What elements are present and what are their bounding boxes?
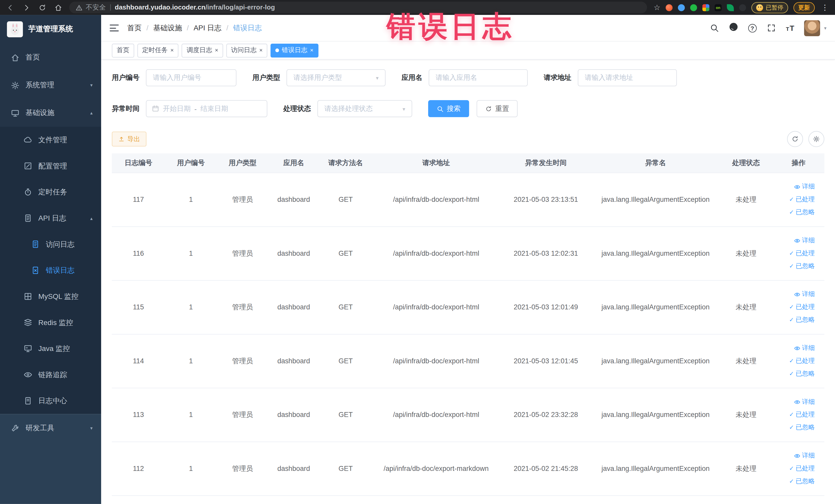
ignored-link[interactable]: ✓ 已忽略 xyxy=(789,315,815,324)
detail-link[interactable]: 详细 xyxy=(794,182,815,191)
github-icon[interactable] xyxy=(729,22,738,34)
error-log-icon xyxy=(31,266,40,275)
detail-link[interactable]: 详细 xyxy=(794,236,815,245)
detail-link[interactable]: 详细 xyxy=(794,290,815,299)
extension-red-icon[interactable] xyxy=(666,4,673,11)
detail-link[interactable]: 详细 xyxy=(794,344,815,352)
user-id-input[interactable]: 请输入用户编号 xyxy=(146,69,237,86)
sidebar-item-redis-monitor[interactable]: Redis 监控 xyxy=(0,309,101,336)
cell-user-id: 1 xyxy=(165,226,217,280)
chevron-up-icon: ▴ xyxy=(90,216,93,221)
sidebar-item-scheduled-jobs[interactable]: 定时任务 xyxy=(0,179,101,205)
processed-link[interactable]: ✓ 已处理 xyxy=(789,195,815,204)
hamburger-icon[interactable] xyxy=(109,24,119,31)
processed-link[interactable]: ✓ 已处理 xyxy=(789,249,815,258)
forward-icon[interactable] xyxy=(22,3,30,11)
extension-green-icon[interactable] xyxy=(690,4,697,11)
extension-blue-icon[interactable] xyxy=(678,4,685,11)
paused-badge[interactable]: 已暂停 xyxy=(751,2,788,13)
close-icon[interactable]: × xyxy=(259,47,263,54)
calendar-icon xyxy=(152,105,159,113)
not-secure-chip[interactable]: 不安全 xyxy=(76,3,106,12)
fullscreen-icon[interactable] xyxy=(767,23,776,32)
sidebar-item-config-mgmt[interactable]: 配置管理 xyxy=(0,153,101,179)
ignored-link[interactable]: ✓ 已忽略 xyxy=(789,477,815,486)
avatar[interactable] xyxy=(805,20,820,36)
browser-menu-icon[interactable]: ⋮ xyxy=(821,3,829,12)
ignored-link[interactable]: ✓ 已忽略 xyxy=(789,369,815,378)
sidebar-item-infra[interactable]: 基础设施 ▴ xyxy=(0,99,101,127)
breadcrumb-infra[interactable]: 基础设施 xyxy=(153,23,182,33)
tab-error-log[interactable]: 错误日志× xyxy=(271,43,319,57)
reload-icon[interactable] xyxy=(38,3,46,11)
sidebar-item-system[interactable]: 系统管理 ▾ xyxy=(0,72,101,99)
processed-link[interactable]: ✓ 已处理 xyxy=(789,356,815,365)
column-settings-button[interactable] xyxy=(808,131,824,147)
search-icon[interactable] xyxy=(710,23,719,32)
sidebar-item-label: 系统管理 xyxy=(26,80,55,90)
extension-leaf-icon[interactable] xyxy=(727,4,734,11)
tab-access-log[interactable]: 访问日志× xyxy=(226,43,267,57)
ignored-link[interactable]: ✓ 已忽略 xyxy=(789,208,815,217)
table-row: 112 1 管理员 dashboard GET /api/infra/db-do… xyxy=(112,442,824,496)
sidebar-item-error-log[interactable]: 错误日志 xyxy=(0,257,101,283)
sidebar-item-home[interactable]: 首页 xyxy=(0,44,101,72)
app-logo[interactable]: 芋道管理系统 xyxy=(0,15,101,44)
tab-scheduled-jobs[interactable]: 定时任务× xyxy=(137,43,179,57)
help-icon[interactable]: ? xyxy=(748,24,756,32)
extension-on-icon[interactable]: on xyxy=(715,4,721,11)
app-name-input[interactable]: 请输入应用名 xyxy=(429,69,528,86)
home-icon[interactable] xyxy=(55,3,62,11)
cell-log-id: 112 xyxy=(112,442,165,496)
breadcrumb-home[interactable]: 首页 xyxy=(127,23,142,33)
cell-app-name: dashboard xyxy=(268,442,319,496)
close-icon[interactable]: × xyxy=(215,47,218,54)
extension-grid-icon[interactable] xyxy=(702,4,709,11)
extension-paw-icon[interactable] xyxy=(739,4,746,11)
refresh-button[interactable] xyxy=(787,131,803,147)
date-end-placeholder: 结束日期 xyxy=(201,104,228,114)
processed-link[interactable]: ✓ 已处理 xyxy=(789,464,815,473)
tab-home[interactable]: 首页 xyxy=(112,43,134,57)
search-button[interactable]: 搜索 xyxy=(428,100,469,117)
cell-user-type: 管理员 xyxy=(217,388,268,442)
cell-app-name: dashboard xyxy=(268,334,319,388)
processed-link[interactable]: ✓ 已处理 xyxy=(789,302,815,311)
detail-link[interactable]: 详细 xyxy=(794,451,815,460)
table-toolbar: 导出 xyxy=(112,131,824,147)
address-bar[interactable]: 不安全 dashboard.yudao.iocoder.cn/infra/log… xyxy=(69,2,647,13)
detail-link[interactable]: 详细 xyxy=(794,398,815,406)
emoji-icon xyxy=(756,4,763,11)
sidebar-item-api-log[interactable]: API 日志 ▴ xyxy=(0,205,101,231)
sidebar-item-mysql-monitor[interactable]: MySQL 监控 xyxy=(0,283,101,310)
close-icon[interactable]: × xyxy=(170,47,174,54)
sidebar-item-log-center[interactable]: 日志中心 xyxy=(0,388,101,414)
sidebar-item-dev-tools[interactable]: 研发工具 ▾ xyxy=(0,415,101,442)
ignored-link[interactable]: ✓ 已忽略 xyxy=(789,423,815,432)
process-status-select[interactable]: 请选择处理状态▾ xyxy=(317,100,412,117)
font-size-icon[interactable]: TT xyxy=(786,24,794,32)
ignored-link[interactable]: ✓ 已忽略 xyxy=(789,262,815,270)
sidebar-item-java-monitor[interactable]: Java 监控 xyxy=(0,336,101,362)
bookmark-star-icon[interactable]: ☆ xyxy=(653,3,660,12)
filter-row-2: 异常时间 开始日期 - 结束日期 处理状态 请选择处理状态▾ xyxy=(112,100,824,117)
reset-button[interactable]: 重置 xyxy=(477,100,518,117)
close-icon[interactable]: × xyxy=(310,47,313,54)
date-range-picker[interactable]: 开始日期 - 结束日期 xyxy=(146,100,267,117)
export-button[interactable]: 导出 xyxy=(112,132,147,146)
warning-icon xyxy=(76,4,83,11)
sidebar-item-access-log[interactable]: 访问日志 xyxy=(0,231,101,257)
request-url-input[interactable]: 请输入请求地址 xyxy=(578,69,677,86)
sidebar-item-label: 基础设施 xyxy=(26,108,55,118)
tab-dispatch-log[interactable]: 调度日志× xyxy=(182,43,223,57)
sidebar-item-tracing[interactable]: 链路追踪 xyxy=(0,362,101,388)
update-button[interactable]: 更新 xyxy=(793,2,815,13)
user-type-select[interactable]: 请选择用户类型▾ xyxy=(286,69,386,86)
sidebar-item-file-mgmt[interactable]: 文件管理 xyxy=(0,127,101,153)
back-icon[interactable] xyxy=(6,3,14,11)
processed-link[interactable]: ✓ 已处理 xyxy=(789,410,815,419)
breadcrumb-api-log[interactable]: API 日志 xyxy=(194,23,222,33)
chevron-down-icon[interactable]: ▾ xyxy=(824,25,826,31)
chevron-up-icon: ▴ xyxy=(90,110,93,116)
breadcrumb-separator: / xyxy=(147,24,149,32)
